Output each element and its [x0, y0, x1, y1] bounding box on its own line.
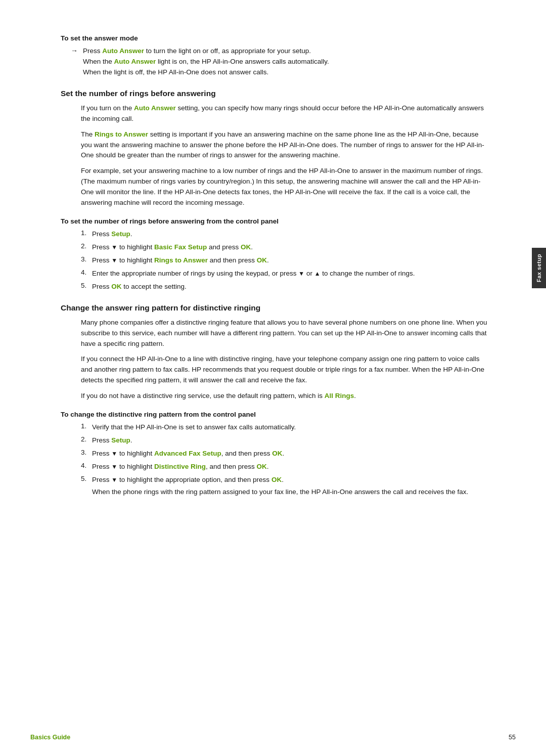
step-text-3: Press ▼ to highlight Rings to Answer and… — [92, 255, 269, 266]
setup-label-1: Setup — [111, 230, 130, 238]
distinctive-para2: If you connect the HP All-in-One to a li… — [81, 354, 490, 386]
rings-section-heading: Set the number of rings before answering — [61, 89, 490, 98]
distinctive-step-3: 3. Press ▼ to highlight Advanced Fax Set… — [81, 449, 490, 459]
distinctive-para1: Many phone companies offer a distinctive… — [81, 318, 490, 349]
ok-label-1: OK — [241, 243, 251, 251]
d-step-text-3: Press ▼ to highlight Advanced Fax Setup,… — [92, 449, 284, 459]
distinctive-step-2: 2. Press Setup. — [81, 435, 490, 446]
rings-para2: The Rings to Answer setting is important… — [81, 129, 490, 161]
rings-to-answer-label: Rings to Answer — [154, 256, 208, 264]
rings-section: Set the number of rings before answering… — [61, 89, 490, 292]
d-step-num-2: 2. — [81, 435, 92, 443]
step-num-5: 5. — [81, 282, 92, 289]
answer-mode-text: Press Auto Answer to turn the light on o… — [83, 46, 329, 78]
d-step-num-5: 5. — [81, 475, 92, 482]
distinctive-step-5: 5. Press ▼ to highlight the appropriate … — [81, 475, 490, 498]
rings-to-answer-inline: Rings to Answer — [95, 130, 148, 138]
sidebar-tab: Fax setup — [532, 248, 546, 288]
auto-answer-label-2: Auto Answer — [114, 58, 156, 65]
step-text-5: Press OK to accept the setting. — [92, 282, 187, 292]
step-text-1: Press Setup. — [92, 229, 132, 240]
distinctive-ring-heading: Change the answer ring pattern for disti… — [61, 303, 490, 313]
d-step-text-5: Press ▼ to highlight the appropriate opt… — [92, 475, 284, 485]
d-step-num-4: 4. — [81, 462, 92, 469]
distinctive-steps-list: 1. Verify that the HP All-in-One is set … — [81, 422, 490, 498]
rings-para3: For example, set your answering machine … — [81, 166, 490, 208]
distinctive-control-panel-heading: To change the distinctive ring pattern f… — [61, 411, 490, 418]
d-step-num-1: 1. — [81, 422, 92, 430]
ok-label-2: OK — [257, 256, 267, 264]
advanced-fax-label: Advanced Fax Setup — [154, 450, 221, 457]
down-arrow-icon-3: ▼ — [298, 270, 304, 277]
auto-answer-label-1: Auto Answer — [102, 47, 144, 55]
answer-mode-heading: To set the answer mode — [61, 34, 490, 42]
setup-label-2: Setup — [111, 436, 130, 444]
distinctive-ring-label: Distinctive Ring — [154, 463, 206, 470]
rings-steps-list: 1. Press Setup. 2. Press ▼ to highlight … — [81, 229, 490, 292]
page-container: Fax setup To set the answer mode → Press… — [0, 0, 546, 756]
all-rings-label: All Rings — [325, 392, 354, 399]
sidebar-label: Fax setup — [536, 254, 542, 282]
answer-mode-section: To set the answer mode → Press Auto Answ… — [61, 34, 490, 78]
ok-label-5: OK — [257, 463, 267, 470]
down-arrow-icon-4: ▼ — [111, 450, 117, 457]
step-num-1: 1. — [81, 229, 92, 237]
rings-step-4: 4. Enter the appropriate number of rings… — [81, 269, 490, 279]
distinctive-step-4: 4. Press ▼ to highlight Distinctive Ring… — [81, 462, 490, 472]
distinctive-step-1: 1. Verify that the HP All-in-One is set … — [81, 422, 490, 433]
step-num-2: 2. — [81, 242, 92, 250]
rings-step-2: 2. Press ▼ to highlight Basic Fax Setup … — [81, 242, 490, 253]
step-text-2: Press ▼ to highlight Basic Fax Setup and… — [92, 242, 253, 253]
distinctive-ring-section: Change the answer ring pattern for disti… — [61, 303, 490, 498]
d-step-text-5-extra: When the phone rings with the ring patte… — [92, 488, 468, 496]
d-step-text-4: Press ▼ to highlight Distinctive Ring, a… — [92, 462, 269, 472]
step-num-3: 3. — [81, 255, 92, 263]
up-arrow-icon-1: ▲ — [314, 270, 321, 277]
ok-label-4: OK — [272, 450, 282, 457]
distinctive-para3: If you do not have a distinctive ring se… — [81, 391, 490, 402]
d-step-text-2: Press Setup. — [92, 435, 132, 446]
main-content: To set the answer mode → Press Auto Answ… — [61, 34, 506, 498]
step-num-4: 4. — [81, 269, 92, 276]
down-arrow-icon-2: ▼ — [111, 257, 117, 264]
d-step-text-1: Verify that the HP All-in-One is set to … — [92, 422, 296, 433]
auto-answer-inline: Auto Answer — [134, 104, 176, 112]
footer-basics-guide: Basics Guide — [30, 734, 70, 741]
step-text-4: Enter the appropriate number of rings by… — [92, 269, 415, 279]
rings-step-5: 5. Press OK to accept the setting. — [81, 282, 490, 292]
arrow-icon: → — [71, 47, 78, 55]
basic-fax-label: Basic Fax Setup — [154, 243, 207, 251]
rings-control-panel-heading: To set the number of rings before answer… — [61, 217, 490, 225]
down-arrow-icon-1: ▼ — [111, 244, 117, 251]
rings-step-3: 3. Press ▼ to highlight Rings to Answer … — [81, 255, 490, 266]
footer-page-number: 55 — [509, 734, 516, 741]
down-arrow-icon-5: ▼ — [111, 463, 117, 470]
rings-para1: If you turn on the Auto Answer setting, … — [81, 103, 490, 124]
d-step-num-3: 3. — [81, 449, 92, 456]
rings-step-1: 1. Press Setup. — [81, 229, 490, 240]
ok-label-6: OK — [271, 476, 282, 483]
ok-label-3: OK — [111, 283, 121, 290]
answer-mode-bullet: → Press Auto Answer to turn the light on… — [71, 46, 490, 78]
footer: Basics Guide 55 — [0, 734, 546, 741]
down-arrow-icon-6: ▼ — [111, 476, 117, 483]
